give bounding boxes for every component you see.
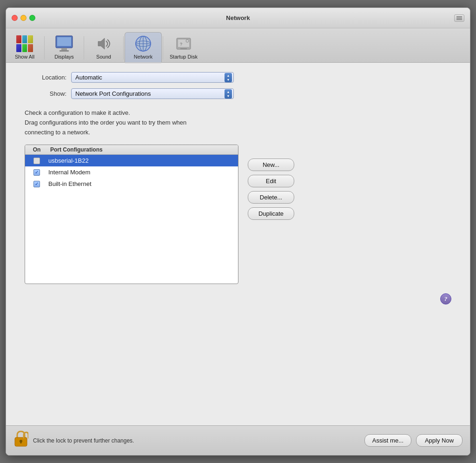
minimize-button[interactable] — [20, 15, 26, 21]
svg-text:?: ? — [180, 42, 182, 46]
location-select-wrapper: Automatic Home Office — [71, 72, 234, 83]
toolbar-label-show-all: Show All — [15, 54, 34, 60]
svg-rect-6 — [60, 50, 69, 52]
toolbar-label-displays: Displays — [54, 54, 74, 60]
toolbar-label-startup-disk: Startup Disk — [170, 54, 198, 60]
col-on-header: On — [25, 146, 48, 153]
assist-me-button[interactable]: Assist me... — [364, 434, 411, 447]
svg-rect-21 — [20, 441, 22, 443]
maximize-button[interactable] — [29, 15, 35, 21]
toolbar-item-startup-disk[interactable]: ? Startup Disk — [164, 33, 203, 62]
toolbar-separator-4 — [163, 36, 163, 60]
displays-icon — [55, 34, 73, 53]
checkbox-checked-icon: ✓ — [33, 169, 40, 176]
list-area: On Port Configurations usbserial-1B22 ✓ … — [25, 145, 451, 284]
sound-icon — [94, 34, 113, 53]
description-text: Check a configuration to make it active.… — [25, 108, 451, 137]
toolbar-separator-2 — [84, 36, 84, 60]
toolbar-item-network[interactable]: Network — [125, 32, 162, 63]
location-select[interactable]: Automatic Home Office — [71, 72, 234, 83]
port-list-header: On Port Configurations — [25, 145, 238, 155]
lock-icon[interactable] — [13, 430, 28, 450]
port-name-internal-modem: Internal Modem — [48, 169, 238, 176]
show-label: Show: — [25, 90, 66, 97]
duplicate-button[interactable]: Duplicate — [248, 207, 294, 220]
svg-rect-5 — [61, 48, 67, 50]
bottom-buttons: Assist me... Apply Now — [364, 434, 463, 447]
port-list: On Port Configurations usbserial-1B22 ✓ … — [25, 145, 238, 284]
content-area: Location: Automatic Home Office Show: Ne… — [6, 63, 470, 425]
toolbar-separator-3 — [123, 36, 124, 60]
new-button[interactable]: New... — [248, 159, 294, 171]
titlebar: Network — [6, 8, 470, 28]
traffic-lights — [12, 15, 35, 21]
window-title: Network — [226, 14, 250, 21]
svg-rect-0 — [456, 16, 462, 17]
toolbar: Show All Displays — [6, 28, 470, 63]
checkbox-unchecked-icon — [33, 158, 40, 164]
description-line-1: Check a configuration to make it active. — [25, 108, 451, 118]
location-row: Location: Automatic Home Office — [25, 72, 451, 83]
toolbar-item-displays[interactable]: Displays — [46, 33, 83, 62]
toolbar-label-sound: Sound — [96, 54, 111, 60]
toolbar-label-network: Network — [134, 54, 152, 60]
network-icon — [134, 34, 152, 53]
svg-rect-16 — [180, 48, 187, 49]
window-resize-button[interactable] — [454, 14, 464, 22]
bottom-bar: Click the lock to prevent further change… — [6, 425, 470, 455]
lock-text: Click the lock to prevent further change… — [33, 437, 360, 444]
startup-disk-icon: ? — [174, 34, 193, 53]
port-list-row-builtin-ethernet[interactable]: ✓ Built-in Ethernet — [25, 178, 238, 190]
svg-rect-4 — [57, 37, 71, 46]
location-label: Location: — [25, 74, 66, 81]
show-select[interactable]: Network Port Configurations Built-in Eth… — [71, 88, 234, 99]
toolbar-item-show-all[interactable]: Show All — [6, 33, 43, 62]
delete-button[interactable]: Delete... — [248, 191, 294, 204]
port-list-row-internal-modem[interactable]: ✓ Internal Modem — [25, 166, 238, 178]
svg-point-13 — [136, 36, 151, 51]
svg-rect-1 — [456, 18, 462, 19]
help-button[interactable]: ? — [440, 293, 451, 304]
show-all-icon — [15, 34, 34, 53]
svg-rect-2 — [456, 19, 462, 20]
toolbar-separator-1 — [44, 36, 45, 60]
checkbox-checked-icon-2: ✓ — [33, 181, 40, 187]
edit-button[interactable]: Edit — [248, 175, 294, 187]
close-button[interactable] — [12, 15, 18, 21]
port-checkbox-internal-modem[interactable]: ✓ — [25, 169, 48, 176]
description-line-3: connecting to a network. — [25, 128, 451, 138]
main-window: Network Show All — [6, 7, 470, 456]
help-area: ? — [25, 293, 451, 304]
side-buttons: New... Edit Delete... Duplicate — [248, 159, 294, 220]
port-name-usbserial: usbserial-1B22 — [48, 157, 238, 164]
apply-now-button[interactable]: Apply Now — [416, 434, 463, 447]
port-list-row-usbserial[interactable]: usbserial-1B22 — [25, 155, 238, 166]
port-checkbox-usbserial[interactable] — [25, 158, 48, 164]
port-checkbox-builtin-ethernet[interactable]: ✓ — [25, 181, 48, 187]
toolbar-item-sound[interactable]: Sound — [85, 33, 122, 62]
port-name-builtin-ethernet: Built-in Ethernet — [48, 180, 238, 187]
svg-marker-7 — [98, 38, 105, 49]
col-name-header: Port Configurations — [48, 146, 238, 153]
show-row: Show: Network Port Configurations Built-… — [25, 88, 451, 99]
show-select-wrapper: Network Port Configurations Built-in Eth… — [71, 88, 234, 99]
description-line-2: Drag configurations into the order you w… — [25, 118, 451, 128]
